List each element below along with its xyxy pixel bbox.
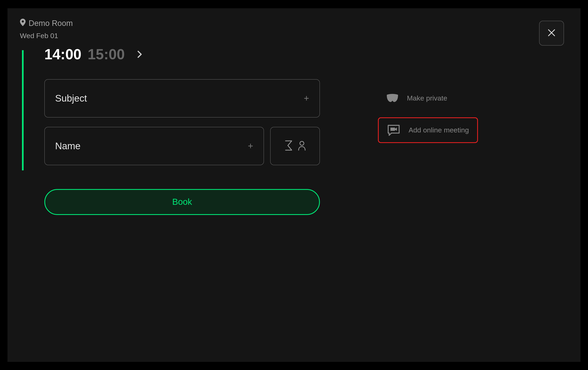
- name-input[interactable]: Name +: [44, 127, 264, 165]
- chevron-right-icon: [137, 51, 142, 58]
- time-end: 15:00: [88, 46, 125, 63]
- accent-bar: [22, 50, 24, 170]
- attendees-button[interactable]: [270, 127, 320, 165]
- form-section: 14:00 15:00 Subject + Name +: [44, 46, 320, 215]
- svg-rect-1: [390, 127, 395, 131]
- svg-point-0: [300, 141, 304, 145]
- plus-icon: +: [304, 93, 309, 104]
- room-info: Demo Room Wed Feb 01: [20, 19, 73, 40]
- room-name: Demo Room: [29, 19, 73, 28]
- left-panel: 14:00 15:00 Subject + Name +: [20, 46, 320, 215]
- time-selector[interactable]: 14:00 15:00: [44, 46, 320, 63]
- make-private-label: Make private: [407, 94, 447, 102]
- location-pin-icon: [20, 19, 26, 28]
- make-private-button[interactable]: Make private: [378, 87, 478, 109]
- add-online-meeting-label: Add online meeting: [409, 126, 469, 134]
- book-button[interactable]: Book: [44, 189, 320, 215]
- add-online-meeting-button[interactable]: Add online meeting: [378, 117, 478, 143]
- sigma-icon: [284, 140, 293, 152]
- current-date: Wed Feb 01: [20, 32, 73, 40]
- subject-placeholder: Subject: [55, 93, 87, 104]
- time-start: 14:00: [44, 46, 81, 63]
- dialog-content: 14:00 15:00 Subject + Name +: [20, 46, 568, 215]
- room-name-row: Demo Room: [20, 19, 73, 28]
- mask-icon: [386, 94, 399, 103]
- booking-dialog: Demo Room Wed Feb 01 14:00 15:00: [7, 8, 581, 362]
- right-panel: Make private Add online meeting: [378, 87, 478, 215]
- dialog-header: Demo Room Wed Feb 01: [20, 19, 568, 40]
- subject-input[interactable]: Subject +: [44, 79, 320, 117]
- book-button-label: Book: [172, 197, 192, 207]
- name-placeholder: Name: [55, 140, 81, 151]
- person-icon: [297, 140, 306, 152]
- video-chat-icon: [387, 124, 400, 136]
- name-row: Name +: [44, 127, 320, 175]
- close-button[interactable]: [539, 21, 564, 46]
- plus-icon: +: [248, 141, 253, 151]
- close-icon: [547, 28, 556, 38]
